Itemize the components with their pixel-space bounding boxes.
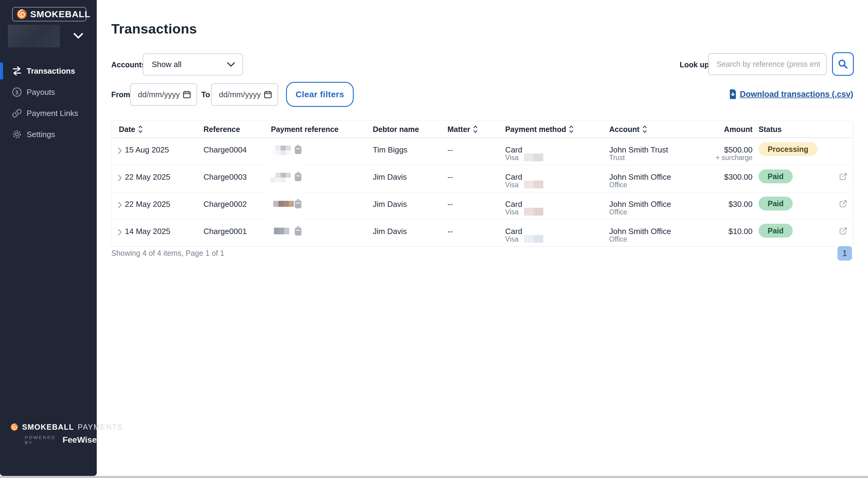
cell-card-scheme: Visa xyxy=(505,208,519,216)
cell-reference: Charge0002 xyxy=(204,200,247,209)
column-header-reference: Reference xyxy=(204,121,240,138)
download-transactions-label: Download transactions (.csv) xyxy=(740,90,853,99)
smokeball-logo-text: SMOKEBALL xyxy=(30,9,90,19)
sidebar-item-label: Transactions xyxy=(27,66,75,76)
pagination-page-1-button[interactable]: 1 xyxy=(837,246,852,261)
column-header-account[interactable]: Account xyxy=(609,121,647,138)
table-summary: Showing 4 of 4 items, Page 1 of 1 xyxy=(111,249,224,258)
cell-account: John Smith Office xyxy=(609,227,671,236)
cell-amount-note: + surcharge xyxy=(716,154,752,162)
cell-reference: Charge0001 xyxy=(204,227,247,236)
cell-matter: -- xyxy=(447,145,453,155)
smokeball-logo: SMOKEBALL xyxy=(12,7,87,22)
transactions-table: Date Reference Payment reference Debtor … xyxy=(111,121,853,247)
column-header-date[interactable]: Date xyxy=(119,121,143,138)
cell-card-scheme: Visa xyxy=(505,235,519,243)
column-header-payment-method[interactable]: Payment method xyxy=(505,121,574,138)
payment-reference-redacted xyxy=(275,173,291,177)
horizontal-scrollbar[interactable] xyxy=(0,476,868,478)
sort-icon xyxy=(643,125,647,133)
sort-icon xyxy=(138,125,143,133)
svg-text:$: $ xyxy=(16,90,19,95)
accounts-select[interactable]: Show all xyxy=(143,54,243,75)
page-title: Transactions xyxy=(111,21,197,37)
sidebar: SMOKEBALL Transactions xyxy=(0,0,97,476)
sidebar-item-payment-links[interactable]: Payment Links xyxy=(0,103,97,124)
download-transactions-link[interactable]: Download transactions (.csv) xyxy=(729,90,853,99)
date-from-placeholder: dd/mm/yyyy xyxy=(138,90,180,99)
calendar-icon[interactable] xyxy=(183,90,191,99)
redaction-overlap xyxy=(266,159,302,171)
cell-payment-method: Card xyxy=(505,172,522,182)
date-from-input[interactable]: dd/mm/yyyy xyxy=(130,83,197,106)
cell-account-type: Office xyxy=(609,208,627,216)
cell-date: 22 May 2025 xyxy=(125,172,170,182)
sidebar-item-label: Payment Links xyxy=(27,109,78,118)
sidebar-item-payouts[interactable]: $ Payouts xyxy=(0,81,97,103)
cell-matter: -- xyxy=(447,200,453,209)
column-header-matter[interactable]: Matter xyxy=(447,121,478,138)
cell-date: 15 Aug 2025 xyxy=(125,145,169,155)
cell-account-type: Trust xyxy=(609,154,625,162)
smokeball-swirl-icon xyxy=(10,423,19,431)
copy-icon[interactable] xyxy=(293,198,303,209)
payment-reference-redacted xyxy=(274,228,289,234)
sort-icon xyxy=(473,125,478,133)
column-header-amount: Amount xyxy=(724,121,752,138)
cell-account: John Smith Trust xyxy=(609,145,668,155)
table-row[interactable]: 22 May 2025 Charge0002 Jim Davis -- Card… xyxy=(112,192,853,219)
row-expand-chevron-icon[interactable] xyxy=(118,147,122,154)
from-label: From xyxy=(111,90,130,99)
powered-by-label: POWERED BY xyxy=(25,435,58,445)
column-header-debtor-name: Debtor name xyxy=(373,121,419,138)
sidebar-item-transactions[interactable]: Transactions xyxy=(0,60,97,81)
calendar-icon[interactable] xyxy=(264,90,272,99)
cell-amount: $300.00 xyxy=(724,172,752,182)
cell-debtor-name: Jim Davis xyxy=(373,227,407,236)
redaction-overlap xyxy=(266,186,302,198)
smokeball-swirl-icon xyxy=(16,9,27,20)
payment-reference-redacted xyxy=(270,177,286,182)
status-badge: Paid xyxy=(758,197,793,210)
row-expand-chevron-icon[interactable] xyxy=(118,229,122,236)
column-header-status: Status xyxy=(758,121,781,138)
cell-matter: -- xyxy=(447,227,453,236)
clear-filters-button[interactable]: Clear filters xyxy=(286,82,354,107)
accounts-select-value: Show all xyxy=(152,60,181,69)
transfer-arrows-icon xyxy=(11,66,22,76)
copy-icon[interactable] xyxy=(293,171,303,182)
chevron-down-icon xyxy=(73,33,84,39)
feewise-brand: FeeWise xyxy=(63,435,97,445)
file-download-icon xyxy=(729,90,737,99)
search-input[interactable] xyxy=(708,53,827,75)
cell-date: 14 May 2025 xyxy=(125,227,170,236)
table-row[interactable]: 15 Aug 2025 Charge0004 Tim Biggs -- Card… xyxy=(112,138,853,165)
payment-reference-redacted xyxy=(273,201,294,207)
sidebar-footer-brand: SMOKEBALL PAYMENTS xyxy=(10,423,123,432)
chevron-down-icon xyxy=(227,62,235,67)
payment-reference-redacted xyxy=(275,145,291,150)
sidebar-item-settings[interactable]: Settings xyxy=(0,124,97,145)
cell-card-scheme: Visa xyxy=(505,181,519,189)
date-to-input[interactable]: dd/mm/yyyy xyxy=(211,83,278,106)
external-link-icon[interactable] xyxy=(838,172,848,181)
table-row[interactable]: 14 May 2025 Charge0001 Jim Davis -- Card… xyxy=(112,219,853,246)
external-link-icon[interactable] xyxy=(838,199,848,209)
row-expand-chevron-icon[interactable] xyxy=(118,201,122,209)
account-selector[interactable] xyxy=(8,25,84,47)
sidebar-nav: Transactions $ Payouts Payment Links xyxy=(0,60,97,145)
row-expand-chevron-icon[interactable] xyxy=(118,174,122,181)
external-link-icon[interactable] xyxy=(838,226,848,236)
powered-by: POWERED BY FeeWise xyxy=(25,435,97,445)
table-row[interactable]: 22 May 2025 Charge0003 Jim Davis -- Card… xyxy=(112,165,853,192)
date-to-placeholder: dd/mm/yyyy xyxy=(219,90,261,99)
copy-icon[interactable] xyxy=(293,226,303,236)
search-icon xyxy=(838,59,848,69)
copy-icon[interactable] xyxy=(293,144,303,155)
search-button[interactable] xyxy=(832,52,854,76)
card-last4-redacted xyxy=(524,180,543,189)
link-icon xyxy=(11,108,22,118)
table-header-row: Date Reference Payment reference Debtor … xyxy=(112,121,853,138)
cell-account-type: Office xyxy=(609,235,627,243)
cell-payment-method: Card xyxy=(505,145,522,155)
